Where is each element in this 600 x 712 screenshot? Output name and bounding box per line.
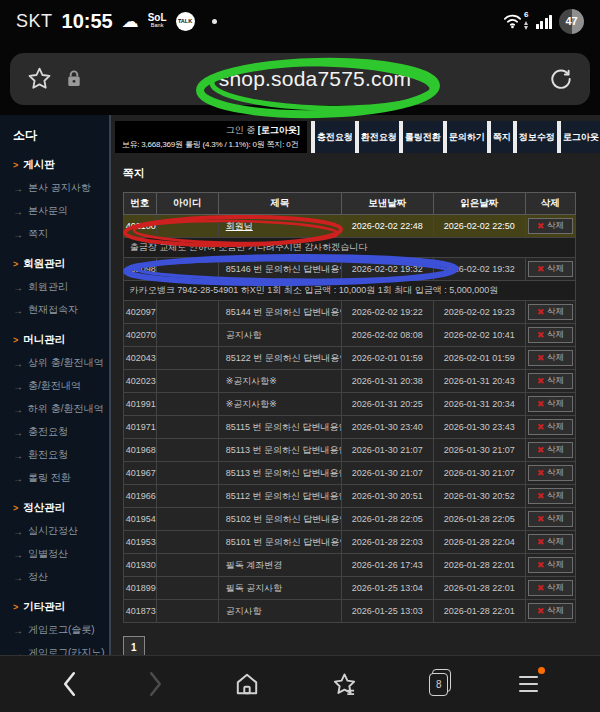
cell-userid: [156, 324, 218, 347]
cell-number: 401968: [123, 439, 156, 462]
cell-title: 85113 번 문의하신 답변내용입니다.: [218, 439, 341, 462]
delete-label: 삭제: [547, 306, 564, 318]
detail-text: 출금장 교체로 인하여 조금만 기다려주시면 감사하겠습니다: [123, 238, 575, 258]
home-icon[interactable]: [234, 671, 260, 697]
sidebar-item[interactable]: →본사문의: [13, 204, 105, 218]
delete-button[interactable]: ✖삭제: [528, 465, 574, 481]
delete-label: 삭제: [547, 490, 564, 502]
detail-text: 카카오뱅크 7942-28-54901 하X민 1회 최소 입금액 : 10,0…: [123, 281, 575, 301]
sidebar-section-title[interactable]: >머니관리: [13, 333, 105, 347]
delete-button[interactable]: ✖삭제: [528, 304, 574, 320]
delete-button[interactable]: ✖삭제: [528, 442, 574, 458]
delete-x-icon: ✖: [537, 400, 545, 409]
message-row: 40196885113 번 문의하신 답변내용입니다.2026-01-30 21…: [123, 439, 575, 462]
delete-button[interactable]: ✖삭제: [528, 261, 574, 277]
refresh-icon[interactable]: [548, 66, 574, 92]
header-button-정보수정[interactable]: 정보수정: [517, 121, 557, 153]
sidebar-item[interactable]: →하위 충/환전내역: [13, 402, 105, 416]
sidebar-item[interactable]: →롤링 전환: [13, 471, 105, 485]
sidebar-item[interactable]: →상위 충/환전내역: [13, 356, 105, 370]
sidebar-section-title[interactable]: >기타관리: [13, 600, 105, 614]
header-button-쪽지[interactable]: 쪽지: [491, 121, 513, 153]
cell-number: 401930: [123, 554, 156, 577]
cell-title: 85113 번 문의하신 답변내용입니다.: [218, 462, 341, 485]
cell-number: 401899: [123, 577, 156, 600]
delete-button[interactable]: ✖삭제: [528, 350, 574, 366]
chevron-right-icon: >: [13, 259, 18, 269]
header-button-충전요청[interactable]: 충전요청: [315, 121, 355, 153]
sidebar-item[interactable]: →쪽지: [13, 227, 105, 241]
delete-button[interactable]: ✖삭제: [528, 327, 574, 343]
cell-delete: ✖삭제: [525, 393, 575, 416]
delete-button[interactable]: ✖삭제: [528, 419, 574, 435]
column-header: 보낸날짜: [341, 193, 433, 215]
cell-sent-date: 2026-01-30 20:51: [341, 485, 433, 508]
sidebar-item[interactable]: →충/환전내역: [13, 379, 105, 393]
sidebar-item[interactable]: →환전요청: [13, 448, 105, 462]
message-row: 40204385122 번 문의하신 답변내용입니다.2026-02-01 01…: [123, 347, 575, 370]
back-icon[interactable]: [62, 671, 77, 697]
sidebar-item[interactable]: →본사 공지사항: [13, 181, 105, 195]
arrow-right-icon: →: [13, 404, 23, 415]
delete-button[interactable]: ✖삭제: [528, 218, 574, 234]
sidebar-section-title[interactable]: >정산관리: [13, 501, 105, 515]
sidebar-section-title[interactable]: >회원관리: [13, 257, 105, 271]
sidebar-item[interactable]: →일별정산: [13, 547, 105, 561]
message-row: 401899필독 공지사항2026-01-25 13:042026-01-28 …: [123, 577, 575, 600]
header-button-문의하기[interactable]: 문의하기: [447, 121, 487, 153]
signal-strength-icon: [536, 14, 553, 29]
cell-read-date: 2026-01-30 20:52: [433, 485, 525, 508]
sidebar-item[interactable]: →회원관리: [13, 280, 105, 294]
bookmarks-star-icon[interactable]: [331, 671, 358, 698]
sidebar-section-title[interactable]: >게시판: [13, 158, 105, 172]
delete-button[interactable]: ✖삭제: [528, 511, 574, 527]
sidebar-item[interactable]: →정산: [13, 570, 105, 584]
menu-icon[interactable]: [519, 676, 538, 692]
sidebar-item-label: 게임로그(슬롯): [28, 623, 95, 637]
sidebar-item-label: 현재접속자: [28, 303, 78, 317]
header-button-환전요청[interactable]: 환전요청: [359, 121, 399, 153]
forward-icon[interactable]: [148, 671, 163, 697]
webpage-viewport: 소다 >게시판→본사 공지사항→본사문의→쪽지>회원관리→회원관리→현재접속자>…: [0, 115, 600, 655]
message-row: 40196685112 번 문의하신 답변내용입니다.2026-01-30 20…: [123, 485, 575, 508]
delete-button[interactable]: ✖삭제: [528, 580, 574, 596]
delete-button[interactable]: ✖삭제: [528, 396, 574, 412]
cell-read-date: 2026-01-30 21:07: [433, 439, 525, 462]
delete-x-icon: ✖: [537, 492, 545, 501]
tabs-icon[interactable]: 8: [429, 673, 448, 696]
bookmark-star-icon[interactable]: [26, 65, 53, 92]
cell-userid: [156, 554, 218, 577]
delete-button[interactable]: ✖삭제: [528, 373, 574, 389]
delete-button[interactable]: ✖삭제: [528, 534, 574, 550]
sidebar-item[interactable]: →게임로그(슬롯): [13, 623, 105, 637]
sidebar-item-label: 쪽지: [28, 227, 48, 241]
cell-read-date: 2026-02-02 10:41: [433, 324, 525, 347]
arrow-right-icon: →: [13, 572, 23, 583]
cell-number: 402097: [123, 301, 156, 324]
logout-link[interactable]: [로그아웃]: [258, 125, 300, 135]
sidebar-item-label: 상위 충/환전내역: [28, 356, 104, 370]
sidebar-item[interactable]: →충전요청: [13, 425, 105, 439]
sidebar-section: >머니관리→상위 충/환전내역→충/환전내역→하위 충/환전내역→충전요청→환전…: [13, 333, 105, 485]
lock-icon[interactable]: [66, 69, 82, 88]
delete-button[interactable]: ✖삭제: [528, 557, 574, 573]
sidebar-item[interactable]: →현재접속자: [13, 303, 105, 317]
delete-button[interactable]: ✖삭제: [528, 603, 574, 619]
header-button-롤링전환[interactable]: 롤링전환: [403, 121, 443, 153]
cell-title: 85101 번 문의하신 답변내용입니다.: [218, 531, 341, 554]
sidebar-sections: >게시판→본사 공지사항→본사문의→쪽지>회원관리→회원관리→현재접속자>머니관…: [13, 158, 105, 660]
url-text[interactable]: shop.soda7575.com: [82, 67, 548, 91]
delete-button[interactable]: ✖삭제: [528, 488, 574, 504]
sidebar-section-label: 머니관리: [23, 333, 65, 347]
sidebar-section: >회원관리→회원관리→현재접속자: [13, 257, 105, 317]
delete-label: 삭제: [547, 536, 564, 548]
sidebar-item[interactable]: →실시간정산: [13, 524, 105, 538]
cell-title: 85102 번 문의하신 답변내용입니다.: [218, 508, 341, 531]
arrow-right-icon: →: [13, 206, 23, 217]
cell-read-date: 2026-01-28 22:01: [433, 577, 525, 600]
message-title-link[interactable]: 회원님: [226, 221, 253, 231]
header-button-로그아웃[interactable]: 로그아웃: [561, 121, 600, 153]
table-header-row: 번호아이디제목보낸날짜읽은날짜삭제: [123, 193, 575, 215]
cell-number: 401991: [123, 393, 156, 416]
delete-x-icon: ✖: [537, 538, 545, 547]
